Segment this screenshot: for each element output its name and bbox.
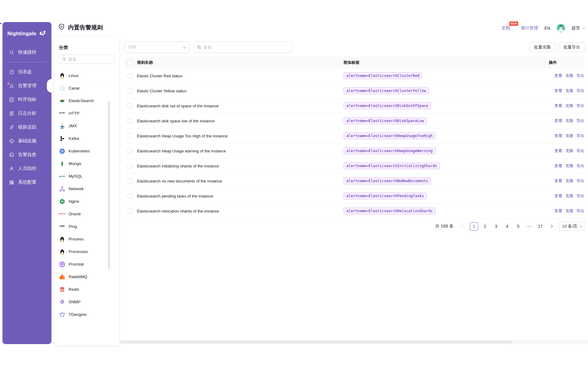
category-item-canal[interactable]: Canal (59, 82, 115, 94)
row-checkbox[interactable] (127, 178, 132, 183)
page-ellipsis[interactable]: ••• (525, 222, 533, 231)
row-checkbox[interactable] (127, 88, 132, 93)
sidebar-collapse-handle[interactable] (0, 23, 2, 24)
bulk-export-button[interactable]: 批量导出 (559, 42, 585, 52)
category-item-nginx[interactable]: Nginx (59, 195, 115, 208)
category-item-mysql[interactable]: MySQL MySQL (59, 170, 115, 182)
horizontal-scrollbar-thumb[interactable] (120, 340, 512, 343)
page-17[interactable]: 17 (536, 222, 544, 231)
next-page-button[interactable] (547, 222, 555, 230)
select-all-checkbox[interactable] (127, 60, 132, 65)
row-checkbox[interactable] (127, 118, 132, 123)
row-checkbox[interactable] (127, 148, 132, 153)
page-1[interactable]: 1 (470, 222, 478, 231)
view-link[interactable]: 查看 (554, 133, 562, 139)
view-link[interactable]: 查看 (554, 178, 562, 184)
page-size-select[interactable]: 10 条/页 (559, 222, 585, 231)
clone-link[interactable]: 克隆 (565, 178, 573, 184)
page-4[interactable]: 4 (503, 222, 511, 231)
export-link[interactable]: 导出 (576, 148, 584, 154)
view-link[interactable]: 查看 (554, 148, 562, 154)
clone-link[interactable]: 克隆 (565, 73, 573, 79)
row-checkbox[interactable] (127, 194, 132, 198)
category-item-rabbitmq[interactable]: RabbitMQ (59, 270, 115, 283)
category-item-network[interactable]: Network (59, 182, 115, 195)
category-item-oracle[interactable]: ORACLE Oracle (59, 208, 115, 220)
sidebar-item-system-config[interactable]: 系统配置 (2, 175, 51, 189)
view-link[interactable]: 查看 (554, 118, 562, 124)
export-link[interactable]: 导出 (576, 208, 584, 214)
prev-page-button[interactable] (459, 222, 467, 230)
category-item-redis[interactable]: Redis (59, 283, 115, 296)
clone-link[interactable]: 克隆 (565, 163, 573, 169)
category-item-snmp[interactable]: ⚙ SNMP (59, 296, 115, 308)
export-link[interactable]: 导出 (576, 133, 584, 139)
brand-logo[interactable]: Nightingale (2, 22, 51, 39)
category-item-jmx[interactable]: JMX (59, 120, 115, 132)
clone-link[interactable]: 克隆 (565, 133, 573, 139)
language-switch[interactable]: EN (545, 26, 550, 31)
page-5[interactable]: 5 (514, 222, 522, 231)
clone-link[interactable]: 克隆 (565, 103, 573, 109)
rules-search[interactable] (194, 41, 292, 53)
view-link[interactable]: 查看 (554, 193, 562, 199)
category-item-procstat[interactable]: Procstat (59, 258, 115, 270)
export-link[interactable]: 导出 (576, 163, 584, 169)
sidebar-item-quick-jump[interactable]: 快速跳转 (2, 45, 51, 59)
sidebar-item-self-healing[interactable]: 告警自愈 (2, 148, 51, 162)
sidebar-item-metrics[interactable]: 时序指标 (2, 93, 51, 106)
rules-search-input[interactable] (203, 45, 289, 50)
view-link[interactable]: 查看 (554, 163, 562, 169)
document-icon (9, 111, 14, 116)
view-link[interactable]: 查看 (554, 208, 562, 214)
clone-link[interactable]: 克隆 (565, 208, 573, 214)
category-scrollbar[interactable] (108, 101, 110, 269)
category-item-kafka[interactable]: Kafka (59, 132, 115, 145)
clone-link[interactable]: 克隆 (565, 148, 573, 154)
export-link[interactable]: 导出 (576, 88, 584, 94)
export-link[interactable]: 导出 (576, 193, 584, 199)
clone-link[interactable]: 克隆 (565, 118, 573, 124)
category-item-elasticsearch[interactable]: ElasticSearch (59, 94, 115, 107)
export-link[interactable]: 导出 (576, 103, 584, 109)
group-select[interactable]: 分组 (124, 41, 189, 53)
view-link[interactable]: 查看 (554, 73, 562, 79)
sidebar-item-alert-management[interactable]: 告警管理 (2, 79, 51, 93)
sidebar-item-label: 快速跳转 (18, 49, 36, 55)
page-2[interactable]: 2 (481, 222, 489, 231)
sidebar-item-log-analysis[interactable]: 日志分析 (2, 106, 51, 120)
row-checkbox[interactable] (127, 209, 132, 213)
category-search[interactable] (59, 55, 115, 64)
row-checkbox[interactable] (127, 73, 132, 78)
sidebar-item-people-org[interactable]: 人员组织 (2, 162, 51, 175)
category-item-mongo[interactable]: Mongo (59, 157, 115, 170)
category-item-http[interactable]: HTTP HTTP (59, 107, 115, 120)
export-link[interactable]: 导出 (576, 118, 584, 124)
bulk-clone-button[interactable]: 批量克隆 (529, 42, 556, 52)
category-item-process[interactable]: Process (59, 233, 115, 245)
category-item-ping[interactable]: PING Ping (59, 220, 115, 233)
export-link[interactable]: 导出 (576, 73, 584, 79)
page-3[interactable]: 3 (492, 222, 500, 231)
horizontal-scrollbar-track[interactable] (120, 340, 588, 344)
sidebar-item-tracing[interactable]: 链路追踪 (2, 120, 51, 134)
view-link[interactable]: 查看 (554, 103, 562, 109)
sidebar-item-dashboard[interactable]: 仪表盘 (2, 65, 51, 79)
user-avatar[interactable] (557, 24, 565, 32)
category-item-processes[interactable]: Processes (59, 245, 115, 258)
row-checkbox[interactable] (127, 163, 132, 168)
view-link[interactable]: 查看 (554, 88, 562, 94)
category-search-input[interactable] (68, 57, 105, 62)
user-menu[interactable]: 超管 (571, 25, 584, 31)
row-checkbox[interactable] (127, 133, 132, 138)
export-link[interactable]: 导出 (576, 178, 584, 184)
sidebar-item-infrastructure[interactable]: 基础设施 (2, 134, 51, 148)
category-item-linux[interactable]: Linux (59, 69, 115, 82)
audit-link[interactable]: 审计管理 (521, 25, 538, 31)
category-item-tdengine[interactable]: TDengine (59, 308, 115, 321)
category-item-kubernetes[interactable]: Kubernetes (59, 145, 115, 157)
clone-link[interactable]: 克隆 (565, 193, 573, 199)
row-checkbox[interactable] (127, 103, 132, 108)
clone-link[interactable]: 克隆 (565, 88, 573, 94)
docs-link[interactable]: 文档 NEW (502, 25, 510, 31)
